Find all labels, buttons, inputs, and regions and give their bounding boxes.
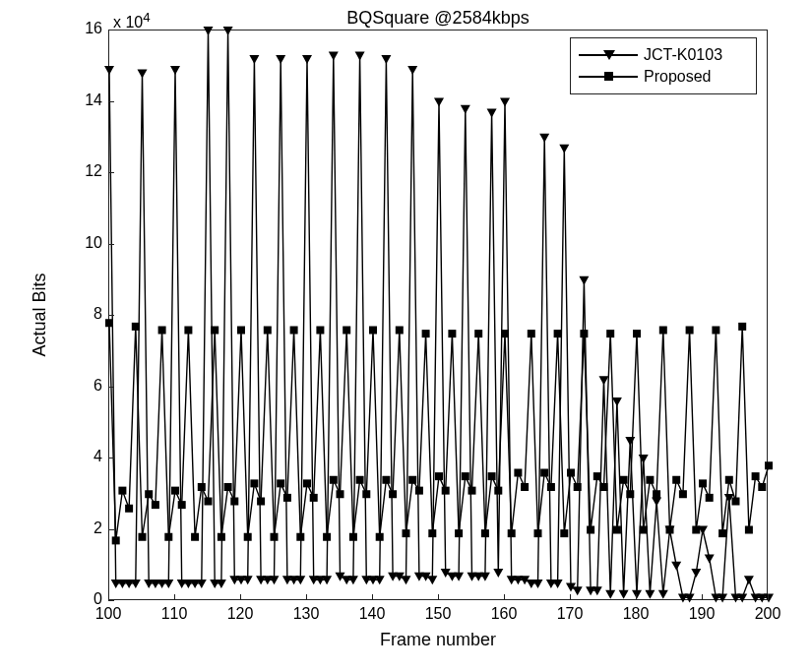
square-marker-icon — [224, 483, 232, 491]
square-marker-icon — [230, 498, 238, 506]
square-marker-icon — [237, 327, 245, 335]
square-marker-icon — [343, 327, 350, 335]
square-marker-icon — [145, 490, 153, 498]
square-marker-icon — [244, 533, 252, 541]
triangle-down-icon — [603, 50, 615, 60]
triangle-down-marker-icon — [599, 376, 609, 385]
square-marker-icon — [303, 479, 311, 487]
x-tick-mark — [702, 594, 703, 600]
square-marker-icon — [191, 533, 199, 541]
x-tick-label: 140 — [352, 605, 392, 623]
x-tick-label: 190 — [682, 605, 721, 623]
square-marker-icon — [455, 529, 463, 537]
triangle-down-marker-icon — [579, 276, 589, 285]
square-marker-icon — [139, 533, 147, 541]
square-marker-icon — [369, 327, 377, 335]
square-marker-icon — [310, 494, 318, 502]
square-marker-icon — [403, 529, 410, 537]
square-marker-icon — [218, 533, 225, 541]
y-tick-label: 14 — [33, 92, 102, 109]
legend-marker-jct — [579, 45, 638, 65]
triangle-down-marker-icon — [355, 51, 365, 60]
square-marker-icon — [158, 327, 166, 335]
y-tick-mark — [108, 600, 114, 601]
x-tick-label: 150 — [418, 605, 458, 623]
square-marker-icon — [593, 472, 601, 480]
legend-entry-jct: JCT-K0103 — [579, 44, 748, 66]
x-tick-mark — [306, 594, 307, 600]
triangle-down-marker-icon — [402, 576, 411, 584]
square-marker-icon — [732, 498, 740, 506]
square-marker-icon — [118, 487, 126, 495]
y-tick-mark — [108, 315, 114, 316]
plot-area — [108, 30, 768, 600]
square-marker-icon — [745, 526, 753, 534]
square-marker-icon — [442, 487, 450, 495]
square-marker-icon — [323, 533, 331, 541]
legend-label: JCT-K0103 — [644, 46, 722, 64]
triangle-down-marker-icon — [744, 576, 754, 584]
square-marker-icon — [356, 476, 364, 484]
triangle-down-marker-icon — [605, 590, 615, 599]
square-marker-icon — [514, 469, 522, 477]
triangle-down-marker-icon — [223, 27, 233, 35]
square-marker-icon — [362, 490, 370, 498]
x-tick-label: 120 — [220, 605, 260, 623]
square-marker-icon — [337, 490, 344, 498]
triangle-down-marker-icon — [461, 105, 470, 114]
triangle-down-marker-icon — [619, 590, 629, 599]
triangle-down-marker-icon — [652, 498, 661, 507]
triangle-down-marker-icon — [500, 98, 510, 107]
figure: BQSquare @2584kbps x 104 Frame number Ac… — [0, 0, 811, 672]
square-marker-icon — [330, 476, 338, 484]
square-icon — [604, 72, 613, 81]
y-tick-label: 8 — [33, 305, 102, 323]
square-marker-icon — [462, 472, 469, 480]
square-marker-icon — [521, 483, 529, 491]
square-marker-icon — [415, 487, 423, 495]
x-axis-label: Frame number — [108, 630, 768, 650]
triangle-down-marker-icon — [170, 66, 180, 75]
y-tick-mark — [108, 101, 114, 102]
square-marker-icon — [112, 536, 120, 544]
legend: JCT-K0103 Proposed — [570, 37, 757, 94]
square-marker-icon — [666, 526, 674, 534]
triangle-down-marker-icon — [691, 569, 701, 578]
square-marker-icon — [396, 327, 404, 335]
square-marker-icon — [494, 487, 502, 495]
y-tick-label: 6 — [33, 377, 102, 395]
square-marker-icon — [692, 526, 700, 534]
triangle-down-marker-icon — [427, 576, 437, 584]
legend-label: Proposed — [644, 68, 712, 86]
square-marker-icon — [152, 501, 159, 509]
square-marker-icon — [620, 476, 628, 484]
square-marker-icon — [712, 327, 719, 335]
triangle-down-marker-icon — [645, 590, 655, 599]
square-marker-icon — [580, 330, 588, 337]
x-tick-mark — [570, 594, 571, 600]
square-marker-icon — [554, 330, 562, 337]
y-tick-mark — [108, 172, 114, 173]
y-tick-mark — [108, 387, 114, 388]
triangle-down-marker-icon — [658, 590, 668, 599]
square-marker-icon — [474, 330, 482, 337]
triangle-down-marker-icon — [104, 66, 114, 75]
square-marker-icon — [164, 533, 172, 541]
triangle-down-marker-icon — [671, 562, 681, 571]
square-marker-icon — [184, 327, 192, 335]
square-marker-icon — [296, 533, 304, 541]
triangle-down-marker-icon — [639, 455, 649, 463]
y-exponent-label: x 104 — [113, 10, 151, 31]
square-marker-icon — [567, 469, 575, 477]
triangle-down-marker-icon — [249, 55, 259, 64]
square-marker-icon — [198, 483, 206, 491]
square-marker-icon — [376, 533, 384, 541]
y-tick-mark — [108, 30, 114, 31]
square-marker-icon — [389, 490, 397, 498]
square-marker-icon — [600, 483, 608, 491]
x-tick-mark — [636, 594, 637, 600]
square-marker-icon — [349, 533, 357, 541]
square-marker-icon — [264, 327, 272, 335]
y-tick-label: 4 — [33, 448, 102, 465]
triangle-down-marker-icon — [632, 590, 642, 599]
